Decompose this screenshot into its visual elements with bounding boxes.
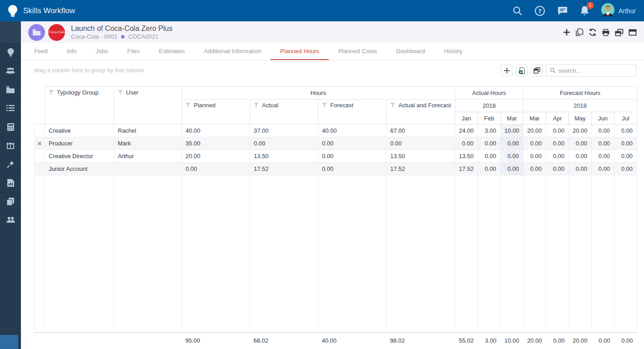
cell-actual[interactable]: 17.52 [250,163,318,175]
sidebar-bottom-button[interactable] [0,335,18,349]
cell-forecast-may[interactable]: 0.00 [569,163,592,175]
cell-typology-group[interactable]: Creative [45,125,114,137]
chat-icon[interactable] [557,6,568,16]
cell-planned[interactable]: 35.00 [182,137,250,150]
cell-planned[interactable]: 0.00 [182,163,250,175]
tab-jobs[interactable]: Jobs [86,43,117,60]
cell-forecast-mar[interactable]: 0.00 [523,150,546,163]
cell-forecast-mar[interactable]: 20.00 [523,125,546,137]
cell-actual-mar[interactable]: 0.00 [501,137,523,150]
filter-funnel-icon[interactable] [118,90,123,96]
cell-forecast[interactable]: 0.00 [318,137,387,150]
column-chooser-button[interactable] [531,65,543,76]
cell-forecast-mar[interactable]: 0.00 [523,137,546,150]
cell-forecast[interactable]: 40.00 [318,125,387,137]
cell-actual-feb[interactable]: 0.00 [478,163,501,175]
filter-funnel-icon[interactable] [254,102,259,109]
cell-planned[interactable]: 40.00 [182,125,250,137]
tab-history[interactable]: History [434,43,472,60]
cell-forecast-jul[interactable]: 0.00 [614,163,637,175]
cell-forecast-apr[interactable]: 0.00 [546,163,569,175]
cell-actual-and-forecast[interactable]: 67.00 [387,125,455,137]
column-header-forecast-may[interactable]: May [569,112,592,125]
filter-funnel-icon[interactable] [322,102,327,109]
cell-actual-and-forecast[interactable]: 0.00 [387,137,455,150]
cell-user[interactable]: Rachel [114,125,182,137]
cell-actual-jan[interactable]: 24.00 [455,125,478,137]
cell-forecast-may[interactable]: 20.00 [569,125,592,137]
cell-forecast-jul[interactable]: 0.00 [614,137,637,150]
sidebar-item-reports[interactable] [0,174,21,193]
refresh-icon[interactable] [589,28,597,36]
filter-funnel-icon[interactable] [186,102,191,109]
cell-actual-feb[interactable]: 3.00 [478,125,501,137]
cell-forecast-apr[interactable]: 0.00 [546,150,569,163]
folder-icon[interactable] [28,24,45,41]
cell-user[interactable] [114,163,182,175]
row-delete-cell[interactable] [35,163,45,175]
column-header-forecast-apr[interactable]: Apr [546,112,569,125]
bell-icon[interactable]: 1 [580,5,589,16]
table-row[interactable]: Creative Rachel 40.00 37.00 40.00 67.00 … [35,125,637,137]
column-header-typology-group[interactable]: Typology Group [45,87,114,125]
window-icon[interactable] [629,29,637,36]
cell-forecast-jun[interactable]: 0.00 [592,150,614,163]
sidebar-item-people[interactable] [0,211,21,230]
cell-forecast-mar[interactable]: 0.00 [523,163,546,175]
column-header-forecast-mar[interactable]: Mar [523,112,546,125]
cell-forecast-apr[interactable]: 0.00 [546,137,569,150]
cell-actual-jan[interactable]: 13.50 [455,150,478,163]
cell-forecast-jul[interactable]: 0.00 [614,125,637,137]
tab-planned-hours[interactable]: Planned Hours [271,43,329,60]
cell-actual-mar[interactable]: 0.00 [501,163,523,175]
sidebar-item-tasks[interactable] [0,100,21,118]
excel-export-button[interactable]: x [516,65,528,76]
cascade-icon[interactable] [615,29,624,36]
tab-estimates[interactable]: Estimates [149,43,194,60]
table-row[interactable]: Junior Account 0.00 17.52 0.00 17.52 17.… [35,163,637,175]
delete-x-icon[interactable]: ✖ [35,137,45,150]
column-header-forecast-jul[interactable]: Jul [614,112,637,125]
cell-actual[interactable]: 37.00 [250,125,318,137]
column-header-actual-jan[interactable]: Jan [455,112,478,125]
cell-forecast-may[interactable]: 0.00 [569,150,592,163]
cell-actual[interactable]: 13.50 [250,150,318,163]
search-icon[interactable] [513,6,523,16]
cell-user[interactable]: Mark [114,137,182,150]
cell-forecast-may[interactable]: 0.00 [569,137,592,150]
cell-typology-group[interactable]: Creative Director [45,150,114,163]
cell-forecast-jun[interactable]: 0.00 [592,125,614,137]
cell-forecast-jul[interactable]: 0.00 [614,150,637,163]
column-header-user[interactable]: User [114,87,182,125]
help-icon[interactable]: ? [534,5,545,16]
column-header-planned[interactable]: Planned [182,100,250,125]
user-menu[interactable]: Arthur [601,3,636,18]
table-row[interactable]: Creative Director Arthur 20.00 13.50 0.0… [35,150,637,163]
cell-user[interactable]: Arthur [114,150,182,163]
print-icon[interactable] [602,29,610,36]
column-header-actual-and-forecast[interactable]: Actual and Forecast [387,100,455,125]
filter-funnel-icon[interactable] [390,102,395,109]
sidebar-item-home[interactable] [0,44,21,62]
cell-typology-group[interactable]: Junior Account [45,163,114,175]
sidebar-item-calendar[interactable] [0,137,21,155]
cell-actual-and-forecast[interactable]: 13.50 [387,150,455,163]
tab-planned-costs[interactable]: Planned Costs [329,43,387,60]
copy-icon[interactable] [575,28,584,36]
cell-forecast[interactable]: 0.00 [318,150,387,163]
cell-forecast-jun[interactable]: 0.00 [592,137,614,150]
add-icon[interactable] [563,29,570,36]
sidebar-item-team[interactable] [0,62,21,81]
cell-actual-mar[interactable]: 10.00 [501,125,523,137]
tab-feed[interactable]: Feed [25,43,57,60]
tab-files[interactable]: Files [118,43,149,60]
tab-info[interactable]: Info [57,43,86,60]
column-header-forecast-jun[interactable]: Jun [592,112,614,125]
search-input[interactable] [558,67,633,74]
row-delete-cell[interactable] [35,150,45,163]
cell-typology-group[interactable]: Producer [45,137,114,150]
cell-planned[interactable]: 20.00 [182,150,250,163]
filter-funnel-icon[interactable] [49,90,54,96]
table-row[interactable]: ✖ Producer Mark 35.00 0.00 0.00 0.00 0.0… [35,137,637,150]
cell-forecast[interactable]: 0.00 [318,163,387,175]
